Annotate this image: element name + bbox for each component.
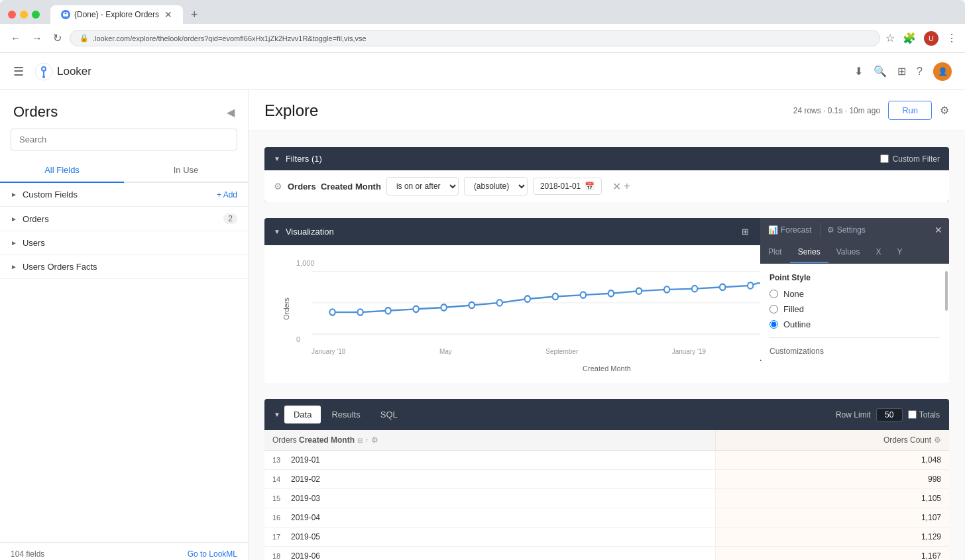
field-group-users-left: ► Users — [11, 238, 45, 248]
data-tab-data[interactable]: Data — [284, 406, 321, 423]
explore-settings-icon[interactable]: ⚙ — [940, 104, 949, 117]
calendar-icon: 📅 — [585, 182, 595, 191]
new-tab-button[interactable]: + — [186, 8, 203, 22]
tab-all-fields[interactable]: All Fields — [0, 158, 124, 183]
settings-tab-header[interactable]: ⚙ Settings — [821, 220, 872, 240]
data-tab-sql[interactable]: SQL — [371, 406, 407, 423]
field-group-users-header[interactable]: ► Users — [0, 231, 248, 254]
tab-in-use[interactable]: In Use — [124, 158, 248, 183]
filter-header[interactable]: ▼ Filters (1) Custom Filter — [264, 147, 949, 170]
filter-add-button[interactable]: + — [624, 180, 630, 193]
th-count-gear-icon[interactable]: ⚙ — [934, 435, 941, 445]
settings-close-button[interactable]: ✕ — [928, 218, 949, 242]
point-style-label: Point Style — [769, 273, 940, 282]
forecast-tab[interactable]: 📊 Forecast — [760, 220, 820, 240]
minimize-traffic-light[interactable] — [20, 11, 28, 19]
viz-wrapper: ▼ Visualization ⊞ ▌▌ ▐▐ ⊡ 📈 ◻ ◯ — [249, 210, 965, 391]
filter-gear-icon[interactable]: ⚙ — [274, 181, 282, 192]
explore-header: Explore 24 rows · 0.1s · 10m ago Run ⚙ — [249, 90, 965, 131]
viz-table-btn[interactable]: ⊞ — [738, 225, 752, 239]
field-group-orders-header[interactable]: ► Orders 2 — [0, 207, 248, 231]
profile-avatar[interactable]: 👤 — [933, 62, 952, 81]
totals-label: Totals — [919, 410, 940, 420]
main-content: Explore 24 rows · 0.1s · 10m ago Run ⚙ ▼… — [249, 90, 965, 560]
orders-count-badge: 2 — [223, 213, 237, 224]
row-num-14: 14 — [272, 475, 286, 483]
svg-point-20 — [608, 290, 614, 296]
svg-point-12 — [385, 308, 390, 313]
field-group-users-orders-facts-left: ► Users Orders Facts — [11, 262, 97, 272]
explore-header-right: 24 rows · 0.1s · 10m ago Run ⚙ — [793, 101, 949, 120]
filter-chevron-icon: ▼ — [274, 155, 280, 162]
close-traffic-light[interactable] — [8, 11, 16, 19]
settings-tab-plot[interactable]: Plot — [760, 242, 790, 263]
filter-value-input[interactable]: 2018-01-01 📅 — [533, 178, 602, 195]
custom-filter-toggle[interactable]: Custom Filter — [880, 154, 940, 164]
th-orders-gear-icon[interactable]: ⚙ — [371, 435, 378, 445]
custom-fields-add-button[interactable]: + Add — [217, 190, 237, 199]
traffic-lights — [8, 11, 40, 19]
row-num-18: 18 — [272, 552, 286, 560]
row-limit-label: Row Limit — [836, 410, 871, 420]
menu-icon[interactable]: ⋮ — [946, 32, 957, 44]
reload-button[interactable]: ↻ — [50, 29, 64, 47]
filter-field-label: Orders Created Month — [288, 182, 381, 192]
totals-checkbox-input[interactable] — [908, 410, 917, 419]
filter-type-select[interactable]: (absolute) — [464, 177, 528, 196]
run-button[interactable]: Run — [888, 101, 932, 120]
filter-operator-select[interactable]: is on or after — [386, 177, 459, 196]
radio-none-input[interactable] — [769, 290, 778, 298]
row-limit-input[interactable] — [876, 408, 903, 421]
tab-close-button[interactable]: ✕ — [164, 9, 172, 20]
radio-outline[interactable]: Outline — [769, 319, 940, 329]
data-table: Orders Created Month ⊟ ↑ ⚙ Orders Count … — [264, 430, 949, 560]
th-sort-icon[interactable]: ↑ — [365, 437, 369, 444]
settings-tab-series[interactable]: Series — [790, 242, 828, 263]
bookmark-icon[interactable]: ☆ — [885, 32, 895, 44]
maximize-traffic-light[interactable] — [32, 11, 40, 19]
users-label: Users — [23, 238, 45, 248]
tab-title: (Done) - Explore Orders — [74, 10, 159, 19]
radio-filled-input[interactable] — [769, 305, 778, 313]
sidebar: Orders ◀ All Fields In Use ► Custom Fiel… — [0, 90, 249, 560]
settings-icon-sm: ⚙ — [827, 225, 834, 235]
filter-header-label: Filters (1) — [286, 154, 322, 164]
settings-label: Settings — [837, 225, 866, 235]
search-input[interactable] — [11, 129, 237, 150]
custom-filter-checkbox-input[interactable] — [880, 154, 889, 163]
sidebar-collapse-button[interactable]: ◀ — [227, 106, 235, 119]
url-bar[interactable]: 🔒 .looker.com/explore/thelook/orders?qid… — [70, 30, 880, 46]
settings-tab-values[interactable]: Values — [828, 242, 868, 263]
hamburger-icon[interactable]: ☰ — [13, 64, 24, 79]
svg-point-23 — [692, 286, 697, 292]
svg-point-24 — [720, 284, 725, 290]
settings-scrollbar[interactable] — [945, 271, 948, 311]
settings-tab-y[interactable]: Y — [889, 242, 911, 263]
settings-tab-x[interactable]: X — [868, 242, 889, 263]
field-group-custom-fields-header[interactable]: ► Custom Fields + Add — [0, 183, 248, 206]
totals-checkbox-label[interactable]: Totals — [908, 410, 940, 420]
radio-outline-input[interactable] — [769, 320, 778, 329]
viz-header-left: ▼ Visualization — [274, 227, 334, 237]
radio-filled[interactable]: Filled — [769, 304, 940, 314]
search-icon[interactable]: 🔍 — [874, 65, 887, 78]
field-tabs: All Fields In Use — [0, 158, 248, 183]
help-icon[interactable]: ? — [917, 66, 923, 78]
extension-icon[interactable]: 🧩 — [903, 32, 916, 44]
forward-button[interactable]: → — [29, 30, 45, 47]
td-count-17: 1,129 — [716, 528, 949, 546]
profile-icon[interactable]: U — [924, 31, 938, 46]
active-browser-tab[interactable]: (Done) - Explore Orders ✕ — [50, 5, 183, 24]
table-row: 14 2019-02 998 — [264, 470, 949, 489]
field-group-users-orders-facts-header[interactable]: ► Users Orders Facts — [0, 255, 248, 278]
back-button[interactable]: ← — [8, 30, 24, 47]
radio-none[interactable]: None — [769, 289, 940, 299]
download-icon[interactable]: ⬇ — [854, 65, 863, 78]
x-label-3: September — [545, 348, 578, 355]
marketplace-icon[interactable]: ⊞ — [897, 65, 906, 78]
go-to-lookml-link[interactable]: Go to LookML — [188, 549, 237, 559]
filter-remove-button[interactable]: ✕ — [612, 180, 621, 193]
data-tab-results[interactable]: Results — [322, 406, 369, 423]
th-filter-icon[interactable]: ⊟ — [357, 437, 363, 444]
table-row: 18 2019-06 1,167 — [264, 547, 949, 560]
